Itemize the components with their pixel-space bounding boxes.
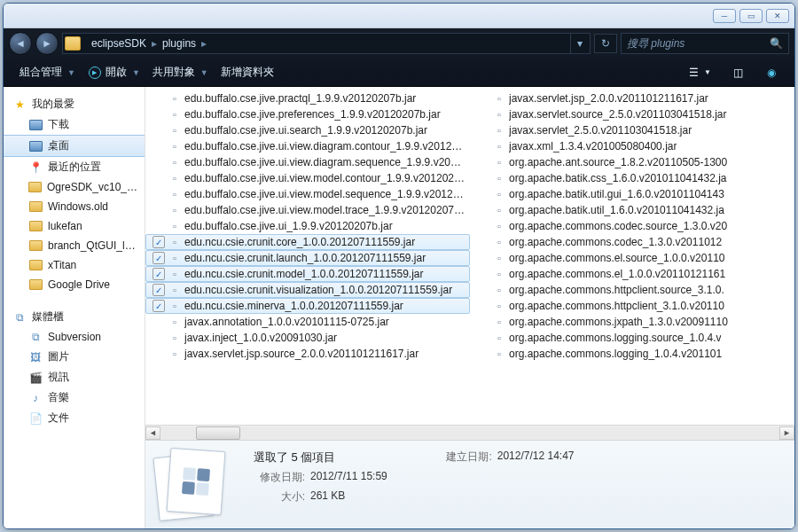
sidebar-item-label: 桌面: [48, 138, 69, 153]
file-row[interactable]: ▫org.apache.commons.httpclient.source_3.…: [470, 282, 794, 298]
file-row[interactable]: ▫javax.servlet.jsp_2.0.0.v201101211617.j…: [470, 90, 794, 106]
file-row[interactable]: ✓▫edu.ncu.csie.crunit.launch_1.0.0.20120…: [145, 250, 470, 266]
sidebar-item[interactable]: 🎬視訊: [4, 367, 145, 387]
file-row[interactable]: ▫edu.buffalo.cse.jive.ui.search_1.9.9.v2…: [145, 122, 470, 138]
file-row[interactable]: ▫edu.buffalo.cse.jive.ui.view.model.sequ…: [145, 186, 470, 202]
scroll-thumb[interactable]: [196, 426, 240, 440]
sidebar-item[interactable]: 桌面: [4, 135, 145, 157]
view-menu[interactable]: ☰▼: [679, 62, 718, 83]
file-row[interactable]: ✓▫edu.ncu.csie.crunit.core_1.0.0.2012071…: [145, 234, 470, 250]
file-name: edu.buffalo.cse.jive.ui.search_1.9.9.v20…: [184, 124, 427, 137]
file-row[interactable]: ▫javax.servlet.source_2.5.0.v20110304151…: [470, 106, 794, 122]
checkbox[interactable]: ✓: [153, 268, 165, 280]
file-row[interactable]: ▫edu.buffalo.cse.jive.ui_1.9.9.v20120207…: [145, 218, 470, 234]
checkbox[interactable]: ✓: [153, 252, 165, 264]
maximize-button[interactable]: ▭: [739, 9, 763, 23]
breadcrumb-dropdown[interactable]: ▾: [570, 34, 588, 53]
sidebar-item-label: Windows.old: [48, 200, 108, 213]
jar-icon: ▫: [168, 316, 181, 328]
scroll-track[interactable]: [160, 426, 779, 440]
forward-button[interactable]: ►: [35, 32, 59, 55]
sidebar-item[interactable]: Google Drive: [4, 275, 145, 294]
sidebar-item[interactable]: branch_QtGUI_l…: [4, 236, 145, 255]
search-input[interactable]: 搜尋 plugins 🔍: [621, 33, 789, 54]
file-row[interactable]: ▫org.apache.batik.css_1.6.0.v20101104143…: [470, 170, 794, 186]
file-row[interactable]: ▫javax.servlet.jsp.source_2.0.0.v2011012…: [145, 346, 470, 362]
checkbox[interactable]: ✓: [153, 300, 165, 312]
checkbox[interactable]: ✓: [153, 236, 165, 248]
file-row[interactable]: ✓▫edu.ncu.csie.crunit.visualization_1.0.…: [145, 282, 470, 298]
sidebar-item[interactable]: 🖼圖片: [4, 347, 145, 367]
sidebar-item[interactable]: lukefan: [4, 216, 145, 236]
scroll-right-button[interactable]: ►: [779, 426, 794, 440]
file-row[interactable]: ▫org.apache.commons.logging_1.0.4.v20110…: [470, 346, 794, 362]
file-name: org.apache.commons.codec.source_1.3.0.v2…: [509, 220, 727, 232]
file-row[interactable]: ▫org.apache.commons.codec_1.3.0.v2011012: [470, 234, 794, 250]
file-row[interactable]: ✓▫edu.ncu.csie.minerva_1.0.0.20120711155…: [145, 298, 470, 314]
file-row[interactable]: ▫edu.buffalo.cse.jive.ui.view.diagram.co…: [145, 138, 470, 154]
file-name: javax.servlet_2.5.0.v201103041518.jar: [509, 124, 692, 137]
file-row[interactable]: ▫org.apache.commons.el_1.0.0.v2011012116…: [470, 266, 794, 282]
libraries-group[interactable]: ⧉媒體櫃: [4, 307, 145, 327]
breadcrumb[interactable]: eclipseSDK ▸ plugins ▸ ▾: [62, 33, 591, 54]
breadcrumb-current[interactable]: plugins: [157, 37, 201, 50]
file-row[interactable]: ▫org.apache.batik.util.gui_1.6.0.v201011…: [470, 186, 794, 202]
file-name: edu.buffalo.cse.jive.practql_1.9.9.v2012…: [184, 92, 416, 105]
folder-icon: [28, 180, 42, 194]
jar-icon: ▫: [493, 348, 505, 360]
file-name: edu.buffalo.cse.jive.ui.view.model.conto…: [184, 172, 466, 184]
addressbar: ◄ ► eclipseSDK ▸ plugins ▸ ▾ ↻ 搜尋 plugin…: [4, 28, 794, 59]
close-button[interactable]: ✕: [766, 9, 789, 23]
preview-pane-button[interactable]: ◫: [724, 62, 752, 83]
favorites-group[interactable]: ★我的最愛: [4, 94, 145, 114]
file-row[interactable]: ▫javax.servlet_2.5.0.v201103041518.jar: [470, 122, 794, 138]
breadcrumb-parent[interactable]: eclipseSDK: [86, 37, 152, 50]
folder-icon: [28, 219, 43, 233]
chevron-down-icon: ▼: [132, 68, 140, 77]
jar-icon: ▫: [493, 124, 505, 137]
refresh-button[interactable]: ↻: [594, 34, 617, 53]
search-icon[interactable]: 🔍: [770, 37, 783, 50]
file-row[interactable]: ▫org.apache.commons.codec.source_1.3.0.v…: [470, 218, 794, 234]
jar-icon: ▫: [168, 140, 181, 153]
file-row[interactable]: ▫javax.annotation_1.0.0.v20101115-0725.j…: [145, 314, 470, 330]
file-row[interactable]: ▫org.apache.commons.logging.source_1.0.4…: [470, 330, 794, 346]
library-icon: 🎬: [28, 371, 43, 385]
back-button[interactable]: ◄: [9, 32, 32, 55]
organize-menu[interactable]: 組合管理: [12, 61, 69, 83]
file-row[interactable]: ▫org.apache.commons.httpclient_3.1.0.v20…: [470, 298, 794, 314]
horizontal-scrollbar[interactable]: ◄ ►: [145, 425, 794, 440]
sidebar-item[interactable]: xTitan: [4, 255, 145, 275]
newfolder-button[interactable]: 新增資料夾: [214, 61, 281, 83]
file-row[interactable]: ▫edu.buffalo.cse.jive.practql_1.9.9.v201…: [145, 90, 470, 106]
help-button[interactable]: ◉: [757, 62, 786, 83]
sidebar-item[interactable]: ⧉Subversion: [4, 327, 145, 347]
sidebar-item-label: 音樂: [48, 390, 69, 405]
file-name: edu.buffalo.cse.jive.ui.view.diagram.con…: [184, 140, 466, 153]
play-icon: ▶: [88, 66, 102, 80]
file-row[interactable]: ▫org.apache.commons.jxpath_1.3.0.v200911…: [470, 314, 794, 330]
file-row[interactable]: ▫edu.buffalo.cse.jive.ui.view.model.cont…: [145, 170, 470, 186]
scroll-left-button[interactable]: ◄: [145, 426, 160, 440]
sidebar-item[interactable]: ♪音樂: [4, 387, 145, 408]
file-row[interactable]: ▫edu.buffalo.cse.jive.preferences_1.9.9.…: [145, 106, 470, 122]
sidebar-item[interactable]: 📍最近的位置: [4, 157, 145, 177]
size-label: 大小:: [254, 489, 305, 505]
file-row[interactable]: ▫javax.xml_1.3.4.v201005080400.jar: [470, 138, 794, 154]
file-row[interactable]: ▫org.apache.ant.source_1.8.2.v20110505-1…: [470, 154, 794, 170]
share-menu[interactable]: 共用對象: [145, 61, 202, 83]
jar-icon: ▫: [493, 204, 505, 216]
checkbox[interactable]: ✓: [153, 284, 165, 296]
file-row[interactable]: ✓▫edu.ncu.csie.crunit.model_1.0.0.201207…: [145, 266, 470, 282]
open-button[interactable]: ▶開啟: [81, 61, 134, 83]
file-row[interactable]: ▫org.apache.batik.util_1.6.0.v2010110414…: [470, 202, 794, 218]
sidebar-item[interactable]: OgreSDK_vc10_…: [4, 177, 145, 197]
minimize-button[interactable]: ─: [713, 9, 736, 23]
sidebar-item[interactable]: 下載: [4, 114, 145, 135]
file-row[interactable]: ▫javax.inject_1.0.0.v20091030.jar: [145, 330, 470, 346]
sidebar-item[interactable]: Windows.old: [4, 197, 145, 216]
file-row[interactable]: ▫edu.buffalo.cse.jive.ui.view.diagram.se…: [145, 154, 470, 170]
sidebar-item[interactable]: 📄文件: [4, 408, 145, 428]
file-row[interactable]: ▫org.apache.commons.el.source_1.0.0.v201…: [470, 250, 794, 266]
file-row[interactable]: ▫edu.buffalo.cse.jive.ui.view.model.trac…: [145, 202, 470, 218]
